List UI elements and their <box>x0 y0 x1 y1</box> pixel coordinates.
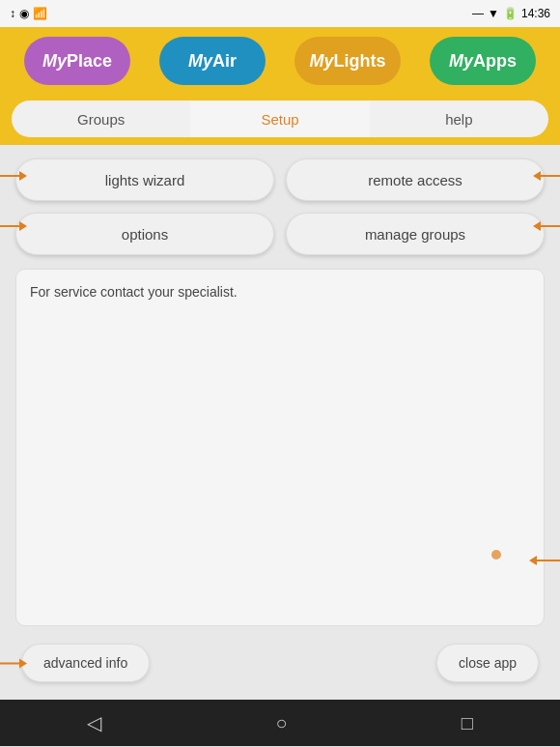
my-prefix: My <box>42 51 67 72</box>
air-label: Air <box>212 51 237 72</box>
myair-logo[interactable]: My Air <box>159 37 266 85</box>
arrow-e-line <box>0 662 19 664</box>
wifi-icon: ▼ <box>488 7 499 20</box>
arrows-icon: ↕ <box>10 7 15 20</box>
status-right-icons: — ▼ 🔋 14:36 <box>472 7 550 20</box>
myplace-logo[interactable]: My Place <box>24 37 130 85</box>
f-dot <box>491 550 501 560</box>
myapps-logo[interactable]: My Apps <box>430 37 536 85</box>
remote-access-button[interactable]: remote access <box>286 158 545 201</box>
lights-wizard-button[interactable]: lights wizard <box>15 158 274 201</box>
my-prefix: My <box>449 51 473 72</box>
place-label: Place <box>67 51 112 72</box>
setup-button-grid: lights wizard remote access options mana… <box>15 158 545 255</box>
arrow-f-head <box>529 556 537 565</box>
tab-setup[interactable]: Setup <box>190 101 369 137</box>
advanced-info-button[interactable]: advanced info <box>21 644 150 682</box>
main-content: A B C D lights wizard remote access opti… <box>0 145 560 700</box>
mylights-logo[interactable]: My Lights <box>294 37 401 85</box>
time-display: 14:36 <box>521 7 550 20</box>
my-prefix: My <box>188 51 212 72</box>
status-left-icons: ↕ ◉ 📶 <box>10 7 47 20</box>
back-icon[interactable]: ◁ <box>87 711 101 734</box>
close-app-button[interactable]: close app <box>436 644 539 682</box>
service-text: For service contact your specialist. <box>30 284 238 300</box>
signal-icon: 📶 <box>33 7 47 20</box>
status-bar: ↕ ◉ 📶 — ▼ 🔋 14:36 <box>0 0 560 27</box>
setup-section: A B C D lights wizard remote access opti… <box>15 158 545 626</box>
recents-icon[interactable]: □ <box>462 712 473 734</box>
apps-label: Apps <box>473 51 517 72</box>
tab-help[interactable]: help <box>370 101 548 137</box>
battery-icon: 🔋 <box>503 7 518 20</box>
bottom-row: E advanced info close app <box>15 640 545 686</box>
my-prefix: My <box>309 51 333 72</box>
minus-icon: — <box>472 7 484 20</box>
manage-groups-button[interactable]: manage groups <box>286 213 545 255</box>
lights-label: Lights <box>334 51 386 72</box>
service-info-box: For service contact your specialist. F <box>15 269 545 626</box>
arrow-f-line <box>537 560 560 561</box>
nav-bar: ◁ ○ □ <box>0 700 560 746</box>
home-icon[interactable]: ○ <box>275 712 287 734</box>
tab-groups[interactable]: Groups <box>12 101 190 137</box>
circle-icon: ◉ <box>19 7 29 20</box>
tab-bar: Groups Setup help <box>0 95 560 145</box>
options-button[interactable]: options <box>15 213 274 255</box>
logo-bar: My Place My Air My Lights My Apps <box>0 27 560 95</box>
label-f: F <box>529 553 560 567</box>
